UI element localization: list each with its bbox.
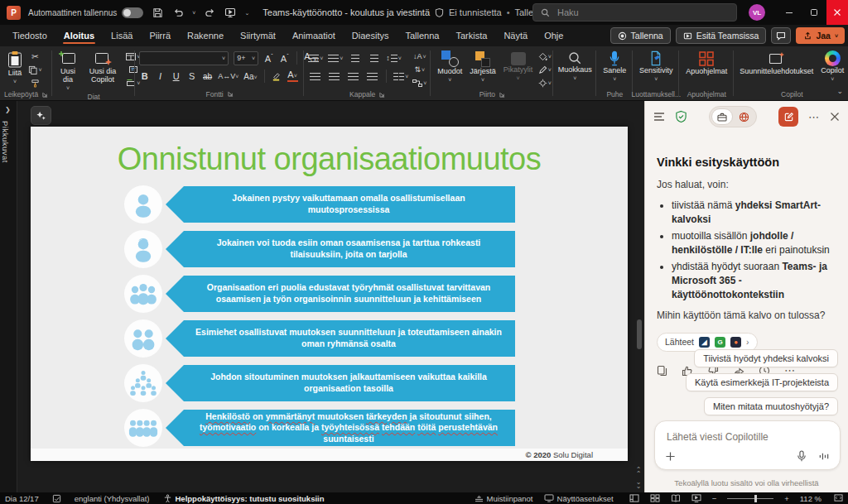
strikethrough-button[interactable]: ab (202, 72, 213, 81)
fit-to-window-icon[interactable] (834, 494, 843, 502)
editing-button[interactable]: Muokkaus ˅ (556, 49, 595, 83)
new-slide-button[interactable]: Uusi dia ˅ (56, 49, 80, 93)
tab-siirtymat[interactable]: Siirtymät (233, 26, 283, 45)
dictate-button[interactable]: Sanele ˅ (600, 49, 629, 84)
slide-row[interactable]: Henkilöstö on ymmärtänyt muutoksen tärke… (31, 408, 628, 448)
align-center-button[interactable] (327, 70, 341, 82)
dialog-launcher-icon[interactable] (228, 91, 234, 97)
save-chip-button[interactable]: Tallenna (610, 27, 671, 44)
redo-icon[interactable] (203, 6, 216, 19)
new-chat-button[interactable] (778, 107, 798, 127)
tab-lisaa[interactable]: Lisää (104, 26, 140, 45)
toggle-off-icon[interactable] (122, 7, 143, 18)
copy-button[interactable]: ˅ (28, 64, 42, 75)
new-slide-copilot-button[interactable]: Uusi dia Copilot (82, 49, 123, 86)
minimize-button[interactable] (777, 0, 802, 25)
tab-tarkista[interactable]: Tarkista (448, 26, 494, 45)
tab-aloitus[interactable]: Aloitus (56, 26, 102, 45)
slide-row[interactable]: Jokainen pystyy vaikuttamaan omalla osal… (31, 185, 628, 224)
add-attachment-icon[interactable] (665, 451, 676, 462)
scrollbar-thumb[interactable] (637, 319, 642, 349)
arrow-banner[interactable]: Johdon sitoutuminen muutoksen jalkauttam… (166, 365, 515, 401)
dialog-launcher-icon[interactable] (42, 92, 48, 98)
thumbnail-strip[interactable]: ❯ Pikkukuvat (0, 101, 17, 492)
accessibility-status[interactable]: Helppokäyttöisyys: tutustu suosituksiin (163, 494, 325, 503)
slide-canvas[interactable]: Onnistunut organisaatiomuutos Jokainen p… (31, 127, 628, 461)
editor-scrollbar[interactable] (636, 103, 643, 451)
align-text-button[interactable]: ⇅˅ (412, 64, 426, 75)
arrow-banner[interactable]: Henkilöstö on ymmärtänyt muutoksen tärke… (166, 410, 515, 446)
decrease-indent-button[interactable] (348, 52, 362, 64)
zoom-slider[interactable] (727, 498, 773, 499)
increase-indent-button[interactable] (367, 52, 381, 64)
work-mode-button[interactable] (711, 108, 733, 125)
tab-tallenna[interactable]: Tallenna (398, 26, 446, 45)
zoom-level[interactable]: 112 % (800, 494, 822, 503)
suggestion-chip[interactable]: Käytä esimerkkejä IT-projekteista (686, 373, 838, 391)
menu-icon[interactable] (653, 112, 665, 122)
previous-slide-button[interactable]: ⌃⌃ (636, 468, 642, 477)
arrow-banner[interactable]: Jokainen voi tuoda esiin oman osaamisens… (166, 231, 515, 267)
increase-font-icon[interactable]: Aˆ (263, 53, 274, 64)
shape-effects-button[interactable]: ˅ (537, 77, 552, 89)
tab-ohje[interactable]: Ohje (537, 26, 571, 45)
bold-button[interactable]: B (139, 71, 150, 81)
character-spacing-button[interactable]: A↔V˅ (218, 72, 238, 80)
tab-piirra[interactable]: Piirrä (142, 26, 178, 45)
copilot-input-card[interactable] (654, 420, 841, 470)
slide-row[interactable]: Organisaation eri puolia edustavat työry… (31, 274, 628, 314)
avatar[interactable]: VL (749, 4, 765, 21)
search-input[interactable] (556, 7, 705, 18)
sensitivity-button[interactable]: Sensitivity ˅ (637, 49, 676, 84)
sensitivity-badge[interactable]: Ei tunnistetta (449, 7, 502, 17)
slide-row[interactable]: Jokainen voi tuoda esiin oman osaamisens… (31, 229, 628, 269)
zoom-out-button[interactable]: − (712, 494, 717, 503)
undo-icon[interactable] (171, 6, 185, 19)
voice-input-icon[interactable] (797, 450, 807, 463)
arrow-banner[interactable]: Esimiehet osallistuvat muutoksen suunnit… (166, 320, 515, 357)
numbering-button[interactable]: ˅ (328, 52, 343, 64)
present-from-beginning-icon[interactable] (224, 6, 237, 19)
notes-button[interactable]: Muistiinpanot (475, 494, 533, 503)
paste-button[interactable]: Liitä ˅ (4, 49, 26, 86)
collapse-ribbon-icon[interactable]: ⌄ (836, 87, 843, 95)
copilot-input[interactable] (665, 430, 830, 444)
expand-thumbnails-icon[interactable]: ❯ (5, 106, 11, 113)
close-panel-icon[interactable] (830, 112, 840, 122)
dialog-launcher-icon[interactable] (499, 92, 505, 98)
dialog-launcher-icon[interactable] (379, 92, 385, 98)
spellcheck-button[interactable] (52, 494, 61, 503)
underline-button[interactable]: U (171, 71, 181, 81)
undo-dropdown-icon[interactable]: ˅ (192, 10, 195, 16)
display-settings-button[interactable]: Näyttöasetukset (544, 494, 614, 503)
designer-button[interactable]: Suunnitteluehdotukset (737, 49, 816, 78)
web-mode-button[interactable] (733, 108, 754, 125)
tab-diaesitys[interactable]: Diaesitys (344, 26, 397, 45)
line-spacing-button[interactable]: ↕˅ (386, 52, 402, 64)
close-button[interactable] (826, 0, 848, 25)
suggestion-chip[interactable]: Tiivistä hyödyt yhdeksi kalvoksi (694, 349, 838, 367)
addins-button[interactable]: Apuohjelmat (683, 49, 730, 78)
slideshow-view-icon[interactable] (691, 494, 701, 502)
bullets-button[interactable]: ˅ (308, 52, 323, 64)
quick-styles-button[interactable]: Pikatyylit ˅ (501, 49, 536, 83)
slide-row[interactable]: Johdon sitoutuminen muutoksen jalkauttam… (31, 363, 628, 403)
copy-response-icon[interactable] (657, 365, 667, 377)
font-color-button[interactable]: A˅ (287, 70, 298, 82)
shape-fill-button[interactable]: ˅ (537, 50, 552, 62)
arrow-banner[interactable]: Organisaation eri puolia edustavat työry… (166, 276, 515, 312)
share-button[interactable]: Jaa ˅ (796, 27, 845, 44)
tab-nayta[interactable]: Näytä (496, 26, 535, 45)
shapes-button[interactable]: Muodot ˅ (435, 49, 465, 84)
tab-tiedosto[interactable]: Tiedosto (5, 26, 55, 45)
shadow-button[interactable]: S (186, 71, 197, 81)
work-web-toggle[interactable] (709, 106, 757, 127)
slide-indicator[interactable]: Dia 12/17 (5, 494, 39, 503)
more-options-icon[interactable]: ⋯ (808, 111, 820, 123)
suggestion-chip[interactable]: Miten mitata muutoshyötyjä? (704, 397, 838, 415)
slide-row[interactable]: Esimiehet osallistuvat muutoksen suunnit… (31, 319, 628, 358)
qat-overflow-icon[interactable]: ⌄ (244, 10, 249, 16)
zoom-in-button[interactable]: + (784, 494, 789, 503)
autosave-toggle[interactable]: Automaattinen tallennus (28, 7, 143, 18)
search-box[interactable] (532, 3, 737, 22)
